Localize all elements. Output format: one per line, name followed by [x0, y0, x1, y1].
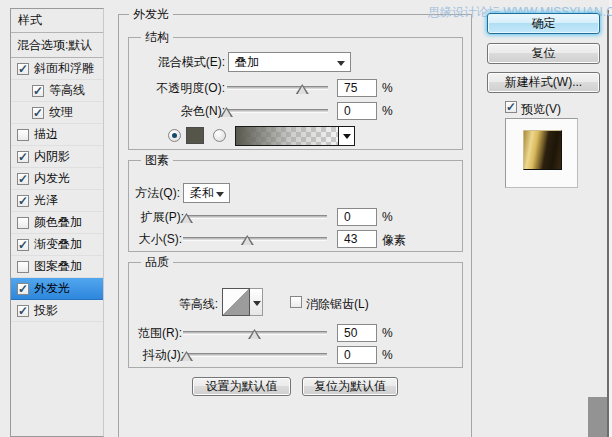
sidebar-item-label: 渐变叠加 [34, 236, 82, 253]
noise-unit: % [382, 104, 393, 118]
checked-checkbox-icon[interactable] [17, 283, 29, 295]
noise-input[interactable]: 0 [337, 102, 377, 120]
sidebar-item-label: 光泽 [34, 192, 58, 209]
blend-mode-select[interactable]: 叠加 [228, 52, 351, 72]
sidebar-item-drop-shadow[interactable]: 投影 [11, 300, 103, 322]
sidebar-item-label: 纹理 [49, 104, 73, 121]
noise-label: 杂色(N): [130, 103, 225, 120]
gradient-radio[interactable] [213, 129, 226, 142]
styles-list: 样式 混合选项:默认 斜面和浮雕等高线纹理描边内阴影内发光光泽颜色叠加渐变叠加图… [10, 8, 104, 437]
sidebar-item-color-overlay[interactable]: 颜色叠加 [11, 212, 103, 234]
sidebar-item-label: 颜色叠加 [34, 214, 82, 231]
size-slider[interactable] [183, 237, 327, 241]
sidebar-item-outer-glow[interactable]: 外发光 [11, 278, 103, 300]
checked-checkbox-icon[interactable] [17, 239, 29, 251]
checked-checkbox-icon[interactable] [17, 305, 29, 317]
jitter-slider[interactable] [187, 353, 327, 357]
range-slider[interactable] [183, 331, 327, 335]
gradient-preview-icon [236, 127, 338, 145]
spread-slider[interactable] [187, 215, 327, 219]
sidebar-item-inner-glow[interactable]: 内发光 [11, 168, 103, 190]
technique-label: 方法(Q): [130, 185, 180, 202]
range-unit: % [382, 326, 393, 340]
structure-group-title: 结构 [141, 30, 173, 44]
antialias-label: 消除锯齿(L) [306, 296, 369, 313]
ok-button[interactable]: 确定 [487, 13, 600, 34]
noise-slider[interactable] [227, 109, 328, 113]
opacity-slider[interactable] [227, 86, 328, 90]
checked-checkbox-icon[interactable] [17, 151, 29, 163]
range-slider-thumb[interactable] [248, 329, 261, 339]
sidebar-item-texture[interactable]: 纹理 [11, 102, 103, 124]
styles-header: 样式 [11, 9, 103, 33]
jitter-label: 抖动(J): [130, 347, 184, 364]
preview-label: 预览(V) [521, 101, 561, 118]
blending-options-label: 混合选项:默认 [17, 37, 92, 54]
preview-checkbox[interactable] [505, 101, 517, 113]
new-style-button[interactable]: 新建样式(W)... [487, 72, 600, 93]
sidebar-item-blending-options[interactable]: 混合选项:默认 [11, 33, 103, 58]
sidebar-item-inner-shadow[interactable]: 内阴影 [11, 146, 103, 168]
size-input[interactable]: 43 [337, 230, 377, 248]
sidebar-item-label: 描边 [34, 126, 58, 143]
checked-checkbox-icon[interactable] [32, 107, 44, 119]
spread-unit: % [382, 210, 393, 224]
opacity-unit: % [382, 81, 393, 95]
gradient-picker[interactable] [235, 126, 355, 146]
opacity-label: 不透明度(O): [130, 80, 225, 97]
technique-select[interactable]: 柔和 [183, 183, 230, 203]
quality-group-title: 品质 [141, 255, 173, 269]
panel-title: 外发光 [129, 7, 173, 21]
jitter-input[interactable]: 0 [337, 346, 377, 364]
sidebar-item-pattern-overlay[interactable]: 图案叠加 [11, 256, 103, 278]
sidebar-item-bevel-and-emboss[interactable]: 斜面和浮雕 [11, 58, 103, 80]
contour-label: 等高线: [130, 296, 218, 313]
reset-default-button[interactable]: 复位为默认值 [302, 377, 398, 396]
blend-mode-value: 叠加 [235, 55, 259, 69]
chevron-down-icon [216, 192, 224, 197]
range-input[interactable]: 50 [337, 324, 377, 342]
chevron-down-icon [337, 61, 345, 66]
sidebar-item-label: 内发光 [34, 170, 70, 187]
checked-checkbox-icon[interactable] [17, 173, 29, 185]
antialias-checkbox[interactable] [290, 296, 302, 308]
elements-group-title: 图素 [141, 153, 173, 167]
sidebar-item-label: 外发光 [34, 280, 70, 297]
style-preview-thumbnail [523, 130, 562, 170]
layer-style-dialog: 思缘设计论坛 WWW.MISSYUAN.COM 样式 混合选项:默认 斜面和浮雕… [0, 0, 612, 437]
technique-value: 柔和 [190, 186, 214, 200]
sidebar-item-stroke[interactable]: 描边 [11, 124, 103, 146]
sidebar-item-label: 投影 [34, 302, 58, 319]
reset-button[interactable]: 复位 [487, 43, 600, 64]
size-slider-thumb[interactable] [241, 235, 254, 245]
color-radio[interactable] [168, 129, 181, 142]
jitter-unit: % [382, 348, 393, 362]
spread-input[interactable]: 0 [337, 208, 377, 226]
chevron-down-icon[interactable] [338, 127, 354, 145]
sidebar-item-gradient-overlay[interactable]: 渐变叠加 [11, 234, 103, 256]
sidebar-item-label: 内阴影 [34, 148, 70, 165]
contour-preview-icon[interactable] [222, 288, 250, 316]
unchecked-checkbox-icon[interactable] [17, 129, 29, 141]
checked-checkbox-icon[interactable] [17, 63, 29, 75]
screen-edge-line [607, 10, 609, 437]
blend-mode-label: 混合模式(E): [130, 54, 225, 71]
sidebar-item-satin[interactable]: 光泽 [11, 190, 103, 212]
checked-checkbox-icon[interactable] [32, 85, 44, 97]
styles-header-label: 样式 [18, 12, 42, 29]
unchecked-checkbox-icon[interactable] [17, 261, 29, 273]
opacity-input[interactable]: 75 [337, 79, 377, 97]
glow-color-swatch[interactable] [186, 127, 204, 144]
opacity-slider-thumb[interactable] [296, 84, 309, 94]
range-label: 范围(R): [130, 325, 182, 342]
sidebar-item-contour[interactable]: 等高线 [11, 80, 103, 102]
spread-label: 扩展(P): [130, 209, 184, 226]
set-default-button[interactable]: 设置为默认值 [192, 377, 291, 396]
unchecked-checkbox-icon[interactable] [17, 217, 29, 229]
sidebar-item-label: 等高线 [49, 82, 85, 99]
size-label: 大小(S): [130, 231, 182, 248]
checked-checkbox-icon[interactable] [17, 195, 29, 207]
sidebar-item-label: 斜面和浮雕 [34, 60, 94, 77]
contour-picker-arrow[interactable] [250, 288, 263, 316]
size-unit: 像素 [382, 232, 406, 249]
